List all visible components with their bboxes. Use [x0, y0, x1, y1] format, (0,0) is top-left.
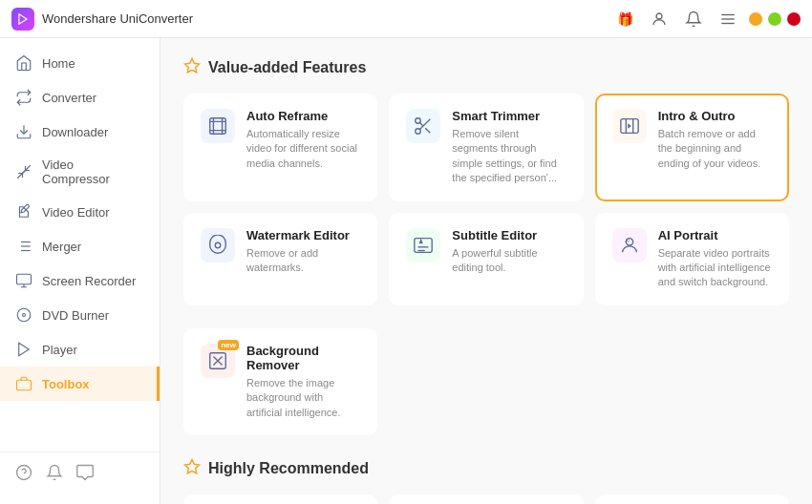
svg-rect-23: [210, 118, 226, 135]
feature-card-ai-portrait[interactable]: AI AI Portrait Separate video portraits …: [595, 213, 789, 305]
feature-card-background-remover[interactable]: new Background Remover Remove the image …: [183, 328, 377, 435]
feature-card-smart-trimmer[interactable]: Smart Trimmer Remove silent segments thr…: [389, 94, 583, 201]
app-name: Wondershare UniConverter: [42, 11, 193, 26]
smart-trimmer-info: Smart Trimmer Remove silent segments thr…: [452, 109, 566, 186]
svg-point-16: [17, 308, 31, 322]
downloader-icon: [15, 123, 32, 140]
notification-bell-icon[interactable]: [46, 464, 63, 485]
app-logo: [11, 8, 34, 31]
smart-trimmer-icon: [406, 109, 440, 143]
feature-card-image-converter[interactable]: Image Converter Convert images to other …: [183, 494, 377, 504]
sidebar-item-player[interactable]: Player: [0, 332, 160, 367]
window-controls: — □ ✕: [749, 12, 801, 26]
sidebar-item-home[interactable]: Home: [0, 46, 160, 80]
ai-portrait-desc: Separate video portraits with artificial…: [658, 246, 772, 290]
sidebar-label-downloader: Downloader: [42, 125, 108, 139]
ai-portrait-icon: AI: [612, 228, 647, 262]
svg-marker-18: [19, 343, 30, 356]
ai-portrait-title: AI Portrait: [658, 228, 772, 242]
feature-card-fix-media[interactable]: Fix Media Metadata Auto-fix and edit met…: [595, 494, 789, 504]
section-icon-value: [183, 57, 201, 78]
background-remover-row: new Background Remover Remove the image …: [183, 328, 789, 435]
feature-card-subtitle-editor[interactable]: Subtitle Editor A powerful subtitle edit…: [389, 213, 583, 305]
titlebar: Wondershare UniConverter 🎁 — □ ✕: [0, 0, 812, 38]
sidebar-item-video-compressor[interactable]: Video Compressor: [0, 149, 160, 195]
bg-remove-desc: Remove the image background with artific…: [246, 376, 360, 420]
sidebar-item-downloader[interactable]: Downloader: [0, 115, 160, 149]
close-button[interactable]: ✕: [787, 12, 801, 26]
content-area: Value-added Features Auto Reframe Automa…: [160, 38, 812, 504]
record-icon: [15, 272, 32, 289]
svg-point-17: [23, 314, 26, 317]
sidebar-item-screen-recorder[interactable]: Screen Recorder: [0, 263, 160, 298]
maximize-button[interactable]: □: [768, 12, 781, 26]
watermark-info: Watermark Editor Remove or add watermark…: [246, 228, 360, 276]
gift-icon[interactable]: 🎁: [611, 6, 638, 32]
section-heading-value: Value-added Features: [208, 59, 366, 76]
titlebar-left: Wondershare UniConverter: [11, 8, 193, 31]
help-icon[interactable]: [15, 464, 32, 485]
svg-text:AI: AI: [625, 239, 629, 243]
dvd-icon: [15, 306, 32, 324]
watermark-desc: Remove or add watermarks.: [246, 246, 360, 276]
sidebar-label-toolbox: Toolbox: [42, 377, 90, 391]
subtitle-icon: [406, 228, 440, 262]
merge-icon: [15, 238, 32, 255]
watermark-title: Watermark Editor: [246, 228, 360, 242]
svg-point-25: [416, 118, 421, 124]
svg-point-21: [17, 466, 32, 480]
svg-rect-19: [17, 380, 32, 390]
bg-remove-info: Background Remover Remove the image back…: [246, 344, 360, 420]
feature-card-auto-reframe[interactable]: Auto Reframe Automatically resize video …: [183, 94, 377, 201]
svg-point-26: [416, 129, 421, 135]
auto-reframe-title: Auto Reframe: [246, 109, 360, 123]
section-title-value-added: Value-added Features: [183, 57, 789, 78]
menu-icon[interactable]: [715, 6, 741, 32]
intro-outro-desc: Batch remove or add the beginning and en…: [658, 127, 772, 171]
feature-card-intro-outro[interactable]: Intro & Outro Batch remove or add the be…: [595, 94, 789, 201]
player-icon: [15, 341, 32, 358]
ai-portrait-info: AI Portrait Separate video portraits wit…: [658, 228, 772, 290]
sidebar-item-converter[interactable]: Converter: [0, 80, 160, 115]
sidebar-label-video-editor: Video Editor: [42, 205, 110, 220]
compress-icon: [15, 163, 32, 180]
recommended-grid: Image Converter Convert images to other …: [183, 494, 789, 504]
svg-point-1: [656, 13, 662, 19]
feedback-icon[interactable]: [76, 464, 94, 485]
converter-icon: [15, 89, 32, 106]
sidebar-label-dvd-burner: DVD Burner: [42, 308, 109, 323]
sidebar-label-video-compressor: Video Compressor: [42, 158, 144, 186]
subtitle-info: Subtitle Editor A powerful subtitle edit…: [452, 228, 566, 276]
main-layout: Home Converter Downloader Video Compress…: [0, 38, 812, 504]
svg-point-34: [215, 242, 221, 248]
intro-outro-info: Intro & Outro Batch remove or add the be…: [658, 109, 772, 171]
svg-rect-24: [213, 121, 222, 130]
bg-remove-title: Background Remover: [246, 344, 360, 372]
subtitle-desc: A powerful subtitle editing tool.: [452, 246, 566, 276]
home-icon: [15, 54, 32, 72]
sidebar-item-toolbox[interactable]: Toolbox: [0, 367, 160, 401]
sidebar-item-dvd-burner[interactable]: DVD Burner: [0, 298, 160, 332]
edit-icon: [15, 203, 32, 220]
smart-trimmer-title: Smart Trimmer: [452, 109, 566, 123]
sidebar-label-screen-recorder: Screen Recorder: [42, 274, 136, 288]
watermark-icon: [201, 228, 235, 262]
sidebar-label-converter: Converter: [42, 91, 96, 105]
value-added-grid: Auto Reframe Automatically resize video …: [183, 94, 789, 305]
bg-remove-icon: new: [201, 344, 235, 378]
subtitle-title: Subtitle Editor: [452, 228, 566, 242]
feature-card-watermark-editor[interactable]: Watermark Editor Remove or add watermark…: [183, 213, 377, 305]
sidebar-item-video-editor[interactable]: Video Editor: [0, 195, 160, 229]
feature-card-gif-maker[interactable]: GIF GIF Maker Make GIF from videos or pi…: [389, 494, 583, 504]
toolbox-icon: [15, 375, 32, 392]
bell-icon[interactable]: [680, 6, 707, 32]
svg-line-7: [17, 171, 25, 178]
sidebar-item-merger[interactable]: Merger: [0, 229, 160, 263]
minimize-button[interactable]: —: [749, 12, 762, 26]
svg-line-28: [426, 128, 431, 133]
user-icon[interactable]: [646, 6, 673, 32]
sidebar-label-player: Player: [42, 343, 77, 357]
section-heading-recommended: Highly Recommended: [208, 460, 369, 477]
section-icon-recommended: [183, 458, 201, 479]
auto-reframe-info: Auto Reframe Automatically resize video …: [246, 109, 360, 171]
